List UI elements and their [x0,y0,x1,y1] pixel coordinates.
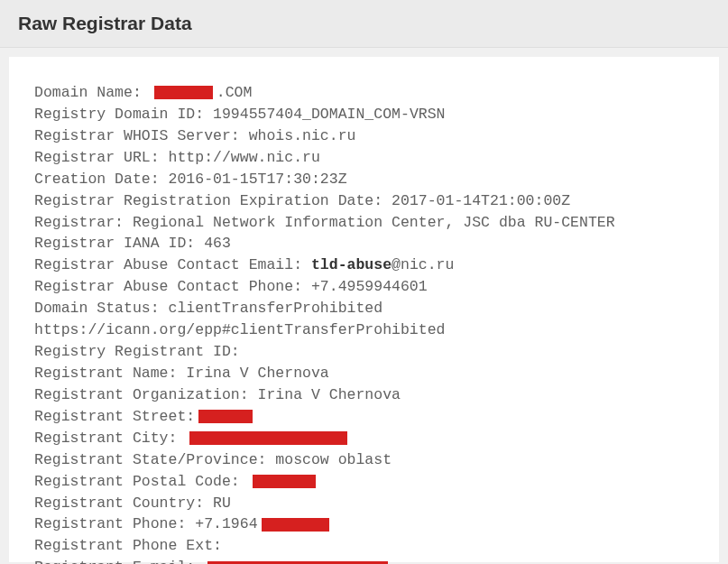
label: Registrant State/Province: [34,449,275,471]
value: Regional Network Information Center, JSC… [133,212,615,234]
redaction-block [253,475,316,488]
value: https://icann.org/epp#clientTransferProh… [34,319,445,341]
label: Registrar Registration Expiration Date: [34,190,392,212]
whois-domain-status: Domain Status: clientTransferProhibited [34,298,694,319]
label: Registrant Country: [34,493,213,514]
value: clientTransferProhibited [169,298,383,319]
value: whois.nic.ru [249,125,356,147]
value-suffix: .COM [217,82,253,104]
whois-content: Domain Name: .COM Registry Domain ID: 19… [9,57,719,562]
value-rest: @nic.ru [392,254,454,276]
whois-registrant-email: Registrant E-mail: [34,557,694,564]
label: Registrant City: [34,428,186,449]
label: Registrant Phone Ext: [34,535,222,557]
label: Registrar URL: [34,147,169,169]
whois-expiration-date: Registrar Registration Expiration Date: … [34,190,694,212]
value: 463 [204,233,231,254]
label: Registrant E-mail: [34,557,204,564]
value: 2016-01-15T17:30:23Z [169,169,347,190]
page-title: Raw Registrar Data [18,13,710,34]
redaction-block [189,431,347,445]
label: Domain Status: [34,298,169,319]
whois-abuse-phone: Registrar Abuse Contact Phone: +7.495994… [34,276,694,298]
label: Registrant Postal Code: [34,471,249,493]
whois-registry-domain-id: Registry Domain ID: 1994557404_DOMAIN_CO… [34,104,694,125]
value: Irina V Chernova [186,363,328,384]
value: Irina V Chernova [258,384,401,406]
whois-registrant-phone-ext: Registrant Phone Ext: [34,535,694,557]
whois-registrant-state: Registrant State/Province: moscow oblast [34,449,694,471]
value: +7.4959944601 [311,276,428,298]
label: Registry Domain ID: [34,104,213,125]
label: Registrar Abuse Contact Phone: [34,276,311,298]
label: Registrar Abuse Contact Email: [34,254,311,276]
value: RU [213,493,231,514]
whois-registrant-phone: Registrant Phone: +7.1964 [34,513,694,535]
value-prefix: +7.1964 [195,513,257,535]
header-bar: Raw Registrar Data [0,0,728,48]
label: Registrant Name: [34,363,186,384]
value-bold: tld-abuse [311,254,392,276]
whois-registrant-org: Registrant Organization: Irina V Chernov… [34,384,694,406]
value: http://www.nic.ru [169,147,320,169]
whois-creation-date: Creation Date: 2016-01-15T17:30:23Z [34,169,694,190]
whois-abuse-email: Registrar Abuse Contact Email: tld-abuse… [34,254,694,276]
value: 1994557404_DOMAIN_COM-VRSN [213,104,445,125]
label: Registrant Phone: [34,513,195,535]
whois-icann-url: https://icann.org/epp#clientTransferProh… [34,319,694,341]
label: Registrar: [34,212,133,234]
redaction-block [262,518,329,532]
value: 2017-01-14T21:00:00Z [392,190,570,212]
whois-registrar: Registrar: Regional Network Information … [34,212,694,234]
whois-registry-registrant-id: Registry Registrant ID: [34,341,694,363]
whois-iana-id: Registrar IANA ID: 463 [34,233,694,254]
whois-registrar-whois-server: Registrar WHOIS Server: whois.nic.ru [34,125,694,147]
redaction-block [198,410,253,423]
whois-registrar-url: Registrar URL: http://www.nic.ru [34,147,694,169]
label: Registrant Organization: [34,384,258,406]
label: Registrant Street: [34,406,195,428]
label: Registry Registrant ID: [34,341,240,363]
whois-registrant-country: Registrant Country: RU [34,493,694,514]
label: Creation Date: [34,169,169,190]
whois-registrant-name: Registrant Name: Irina V Chernova [34,363,694,384]
redaction-block [154,86,213,99]
label: Domain Name: [34,82,151,104]
label: Registrar WHOIS Server: [34,125,249,147]
value: moscow oblast [275,449,392,471]
whois-registrant-city: Registrant City: [34,428,694,449]
whois-registrant-postal: Registrant Postal Code: [34,471,694,493]
whois-registrant-street: Registrant Street: [34,406,694,428]
whois-domain-name: Domain Name: .COM [34,82,694,104]
label: Registrar IANA ID: [34,233,204,254]
